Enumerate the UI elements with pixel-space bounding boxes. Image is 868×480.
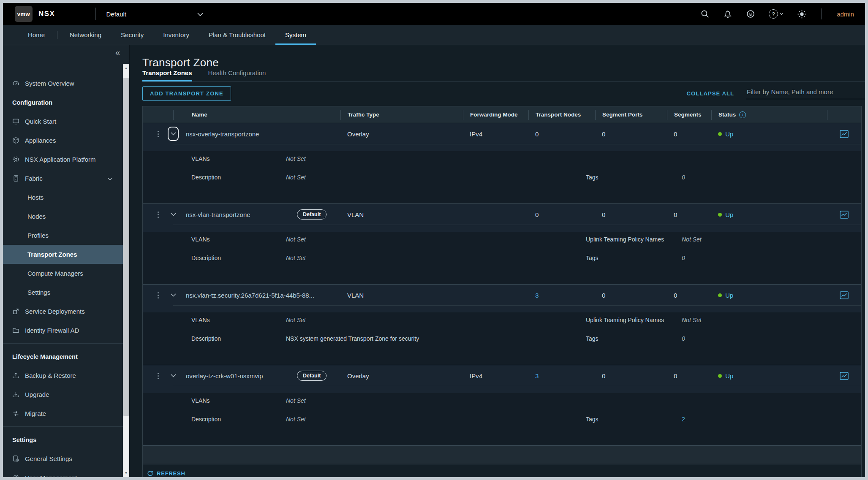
project-selector-value: Default — [106, 11, 126, 18]
row-collapse-chevron-icon[interactable] — [168, 369, 179, 383]
scrollbar-down-arrow-icon[interactable]: ▼ — [123, 469, 129, 476]
sidebar-item-backup-restore[interactable]: Backup & Restore — [3, 366, 123, 385]
nav-tab-home[interactable]: Home — [18, 25, 54, 45]
vlans-label: VLANs — [191, 317, 210, 323]
sidebar-item-migrate[interactable]: Migrate — [3, 404, 123, 423]
sidebar-item-nodes[interactable]: Nodes — [3, 207, 123, 226]
sidebar-item-label: Identity Firewall AD — [25, 327, 79, 334]
tags-label: Tags — [586, 255, 599, 261]
status-info-icon[interactable]: i — [739, 111, 746, 118]
table-row[interactable]: nsx-vlan-transportzone Default VLAN 0 0 … — [143, 204, 861, 225]
monitor-chart-icon[interactable] — [840, 130, 849, 138]
feedback-smiley-icon[interactable] — [746, 9, 755, 19]
transport-zone-group: nsx.vlan-tz.security.26a7d621-5f1a-44b5-… — [143, 284, 861, 365]
header-transport-nodes[interactable]: Transport Nodes — [528, 110, 595, 120]
header-segment-ports[interactable]: Segment Ports — [595, 110, 667, 120]
sidebar-item-hosts[interactable]: Hosts — [3, 188, 123, 207]
tags-label: Tags — [586, 335, 599, 342]
sidebar-scrollbar[interactable]: ▲ ▼ — [123, 64, 129, 477]
monitor-chart-icon[interactable] — [840, 211, 849, 219]
row-menu-kebab-icon[interactable] — [156, 371, 161, 381]
scrollbar-up-arrow-icon[interactable]: ▲ — [123, 65, 129, 71]
row-details: VLANs Not Set Uplink Teaming Policy Name… — [143, 312, 861, 365]
nav-tab-system[interactable]: System — [275, 25, 316, 45]
sidebar-item-appliances[interactable]: Appliances — [3, 131, 123, 150]
description-label: Description — [191, 174, 221, 181]
sidebar-item-compute-managers[interactable]: Compute Managers — [3, 264, 123, 283]
fabric-server-icon — [12, 175, 19, 182]
vlans-value: Not Set — [286, 317, 306, 323]
user-menu[interactable]: admin — [837, 11, 854, 18]
header-segments[interactable]: Segments — [667, 110, 711, 120]
sidebar-item-identity-firewall-ad[interactable]: Identity Firewall AD — [3, 321, 123, 340]
help-question-icon: ? — [769, 9, 778, 19]
sidebar-item-system-overview[interactable]: System Overview — [3, 74, 123, 93]
sidebar-item-user-management[interactable]: User Management — [3, 468, 123, 477]
row-collapse-chevron-icon[interactable] — [168, 127, 179, 141]
service-deployments-icon — [12, 308, 19, 315]
sidebar-item-label: Appliances — [25, 137, 56, 144]
row-menu-kebab-icon[interactable] — [156, 290, 161, 300]
row-menu-kebab-icon[interactable] — [156, 129, 161, 139]
transport-zone-name-link[interactable]: nsx-overlay-transportzone — [186, 130, 259, 138]
sidebar-item-label: System Overview — [25, 80, 74, 87]
sidebar-item-fabric[interactable]: Fabric — [3, 169, 123, 188]
tab-transport-zones[interactable]: Transport Zones — [142, 69, 192, 81]
notifications-bell-icon[interactable] — [723, 9, 732, 19]
sidebar-item-nsx-application-platform[interactable]: NSX Application Platform — [3, 150, 123, 169]
help-menu[interactable]: ? — [769, 9, 784, 19]
nav-tab-plan-troubleshoot[interactable]: Plan & Troubleshoot — [199, 25, 275, 45]
header-status[interactable]: Statusi — [711, 110, 827, 120]
project-selector[interactable]: Default — [106, 11, 203, 18]
segment-ports-cell: 0 — [595, 372, 667, 380]
refresh-icon — [147, 470, 153, 477]
header-traffic-type[interactable]: Traffic Type — [340, 110, 463, 120]
transport-nodes-link[interactable]: 3 — [528, 372, 595, 380]
topbar-divider — [821, 8, 822, 19]
scrollbar-thumb[interactable] — [123, 78, 129, 416]
sidebar-item-upgrade[interactable]: Upgrade — [3, 385, 123, 404]
transport-zone-name-link[interactable]: overlay-tz-crk-w01-nsxmvip — [186, 372, 263, 380]
sidebar-item-quick-start[interactable]: Quick Start — [3, 112, 123, 131]
sidebar-item-transport-zones[interactable]: Transport Zones — [3, 245, 123, 264]
description-label: Description — [191, 255, 221, 261]
sidebar-item-settings[interactable]: Settings — [3, 283, 123, 302]
add-transport-zone-button[interactable]: ADD TRANSPORT ZONE — [142, 86, 231, 101]
sidebar-item-general-settings[interactable]: General Settings — [3, 449, 123, 468]
segment-ports-cell: 0 — [595, 211, 667, 218]
nav-tab-security[interactable]: Security — [111, 25, 153, 45]
filter-input[interactable] — [746, 88, 865, 96]
transport-zone-name-link[interactable]: nsx-vlan-transportzone — [186, 211, 250, 218]
transport-zone-group: overlay-tz-crk-w01-nsxmvip Default Overl… — [143, 365, 861, 445]
sidebar-collapse-icon[interactable]: « — [115, 48, 120, 57]
transport-zone-name-link[interactable]: nsx.vlan-tz.security.26a7d621-5f1a-44b5-… — [186, 292, 314, 299]
tab-health-configuration[interactable]: Health Configuration — [208, 69, 266, 81]
collapse-all-button[interactable]: COLLAPSE ALL — [687, 90, 734, 97]
row-collapse-chevron-icon[interactable] — [168, 207, 179, 222]
row-menu-kebab-icon[interactable] — [156, 210, 161, 220]
row-collapse-chevron-icon[interactable] — [168, 288, 179, 302]
page-title: Transport Zone — [142, 56, 865, 69]
table-row[interactable]: nsx-overlay-transportzone Overlay IPv4 0… — [143, 123, 861, 144]
search-icon[interactable] — [700, 9, 710, 19]
transport-nodes-link[interactable]: 3 — [528, 292, 595, 299]
theme-sun-icon[interactable] — [797, 9, 807, 19]
monitor-chart-icon[interactable] — [840, 372, 849, 380]
table-footer: REFRESH — [143, 464, 861, 477]
refresh-label: REFRESH — [157, 470, 185, 477]
table-row[interactable]: nsx.vlan-tz.security.26a7d621-5f1a-44b5-… — [143, 285, 861, 306]
gauge-icon — [12, 80, 19, 87]
sidebar-item-service-deployments[interactable]: Service Deployments — [3, 302, 123, 321]
header-forwarding-mode[interactable]: Forwarding Mode — [463, 110, 528, 120]
row-details: VLANs Not Set Description Not Set Tags 2 — [143, 393, 861, 445]
sidebar-item-profiles[interactable]: Profiles — [3, 226, 123, 245]
refresh-button[interactable]: REFRESH — [147, 470, 185, 477]
table-row[interactable]: overlay-tz-crk-w01-nsxmvip Default Overl… — [143, 365, 861, 386]
nav-tab-inventory[interactable]: Inventory — [153, 25, 199, 45]
tags-link[interactable]: 2 — [682, 416, 685, 423]
sidebar-section-settings: Settings — [3, 430, 123, 449]
header-actions — [827, 110, 861, 120]
header-name[interactable]: Name — [173, 110, 340, 120]
nav-tab-networking[interactable]: Networking — [60, 25, 111, 45]
monitor-chart-icon[interactable] — [840, 291, 849, 299]
